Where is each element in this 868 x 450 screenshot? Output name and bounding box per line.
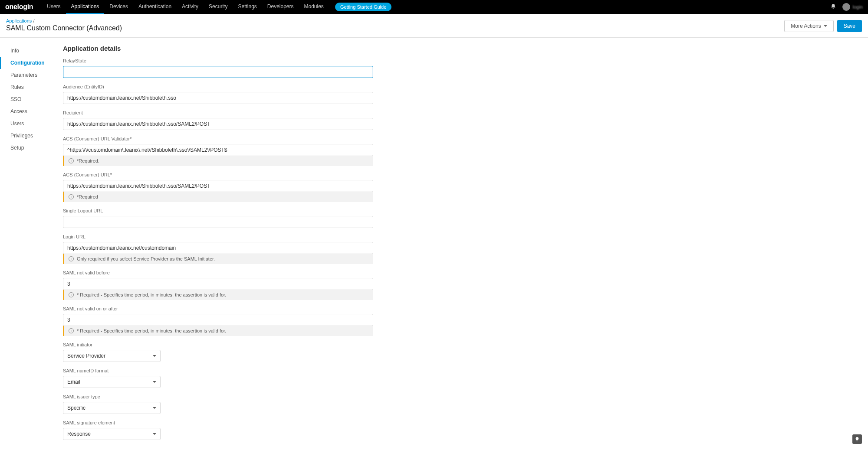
breadcrumb: Applications /: [6, 18, 784, 23]
layout: Info Configuration Parameters Rules SSO …: [0, 38, 868, 450]
brand-logo: onelogin: [5, 3, 33, 11]
sidebar-item-access[interactable]: Access: [0, 105, 63, 117]
field-audience: Audience (EntityID): [63, 84, 373, 104]
saml-issuer-label: SAML issuer type: [63, 394, 373, 399]
nav-security[interactable]: Security: [204, 0, 233, 14]
not-before-label: SAML not valid before: [63, 270, 373, 275]
nav-activity[interactable]: Activity: [177, 0, 204, 14]
caret-down-icon: [153, 381, 156, 383]
field-saml-nameid: SAML nameID format Email: [63, 368, 373, 388]
saml-signature-select[interactable]: Response: [63, 428, 161, 440]
recipient-input[interactable]: [63, 118, 373, 130]
caret-down-icon: [153, 433, 156, 435]
page-title: SAML Custom Connector (Advanced): [6, 24, 784, 32]
saml-nameid-value: Email: [67, 379, 80, 385]
field-acs-url: ACS (Consumer) URL* i *Required: [63, 172, 373, 202]
field-relaystate: RelayState: [63, 58, 373, 78]
saml-initiator-value: Service Provider: [67, 353, 105, 359]
topnav-right: login: [830, 3, 863, 11]
sidebar: Info Configuration Parameters Rules SSO …: [0, 38, 63, 450]
info-icon: i: [69, 292, 74, 297]
saml-nameid-select[interactable]: Email: [63, 376, 161, 388]
sidebar-item-configuration[interactable]: Configuration: [0, 57, 63, 69]
nav-users[interactable]: Users: [42, 0, 66, 14]
field-login-url: Login URL i Only required if you select …: [63, 234, 373, 264]
field-recipient: Recipient: [63, 110, 373, 130]
not-before-hint-text: * Required - Specifies time period, in m…: [77, 292, 226, 297]
acs-validator-label: ACS (Consumer) URL Validator*: [63, 136, 373, 141]
relaystate-label: RelayState: [63, 58, 373, 63]
audience-input[interactable]: [63, 92, 373, 104]
caret-down-icon: [824, 25, 827, 27]
user-menu[interactable]: login: [842, 3, 863, 11]
topnav-items: Users Applications Devices Authenticatio…: [42, 0, 391, 14]
relaystate-input[interactable]: [63, 66, 373, 78]
save-button[interactable]: Save: [837, 20, 862, 32]
recipient-label: Recipient: [63, 110, 373, 115]
nav-modules[interactable]: Modules: [299, 0, 329, 14]
login-url-hint-text: Only required if you select Service Prov…: [77, 256, 215, 261]
acs-url-hint: i *Required: [63, 192, 373, 202]
login-url-label: Login URL: [63, 234, 373, 239]
acs-url-input[interactable]: [63, 180, 373, 192]
more-actions-label: More Actions: [791, 23, 821, 29]
acs-validator-hint-text: *Required.: [77, 158, 99, 163]
breadcrumb-parent[interactable]: Applications: [6, 18, 32, 23]
nav-authentication[interactable]: Authentication: [133, 0, 177, 14]
subheader-actions: More Actions Save: [784, 20, 862, 32]
avatar-icon: [842, 3, 850, 11]
section-title: Application details: [63, 45, 584, 52]
sidebar-item-info[interactable]: Info: [0, 45, 63, 57]
field-saml-initiator: SAML initiator Service Provider: [63, 342, 373, 362]
acs-url-label: ACS (Consumer) URL*: [63, 172, 373, 177]
not-after-hint: i * Required - Specifies time period, in…: [63, 326, 373, 336]
acs-url-hint-text: *Required: [77, 194, 98, 199]
sidebar-item-parameters[interactable]: Parameters: [0, 69, 63, 81]
field-not-before: SAML not valid before i * Required - Spe…: [63, 270, 373, 300]
not-after-label: SAML not valid on or after: [63, 306, 373, 311]
not-after-hint-text: * Required - Specifies time period, in m…: [77, 328, 226, 333]
not-before-input[interactable]: [63, 278, 373, 290]
nav-settings[interactable]: Settings: [233, 0, 262, 14]
field-saml-issuer: SAML issuer type Specific: [63, 394, 373, 414]
field-slo-url: Single Logout URL: [63, 208, 373, 228]
audience-label: Audience (EntityID): [63, 84, 373, 89]
saml-signature-value: Response: [67, 431, 91, 437]
help-button[interactable]: [852, 434, 862, 444]
not-before-hint: i * Required - Specifies time period, in…: [63, 290, 373, 300]
breadcrumb-sep: /: [33, 18, 34, 23]
saml-initiator-select[interactable]: Service Provider: [63, 350, 161, 362]
top-nav: onelogin Users Applications Devices Auth…: [0, 0, 868, 14]
lightbulb-icon: [855, 437, 860, 442]
saml-signature-label: SAML signature element: [63, 420, 373, 425]
login-url-hint: i Only required if you select Service Pr…: [63, 254, 373, 264]
caret-down-icon: [153, 355, 156, 357]
slo-url-label: Single Logout URL: [63, 208, 373, 213]
subheader: Applications / SAML Custom Connector (Ad…: [0, 14, 868, 38]
acs-validator-hint: i *Required.: [63, 156, 373, 166]
sidebar-item-privileges[interactable]: Privileges: [0, 130, 63, 142]
nav-developers[interactable]: Developers: [262, 0, 299, 14]
not-after-input[interactable]: [63, 314, 373, 326]
nav-applications[interactable]: Applications: [66, 0, 105, 14]
sidebar-item-users[interactable]: Users: [0, 117, 63, 130]
saml-issuer-select[interactable]: Specific: [63, 402, 161, 414]
more-actions-button[interactable]: More Actions: [784, 20, 833, 32]
field-not-after: SAML not valid on or after i * Required …: [63, 306, 373, 336]
sidebar-item-setup[interactable]: Setup: [0, 142, 63, 154]
nav-devices[interactable]: Devices: [104, 0, 133, 14]
acs-validator-input[interactable]: [63, 144, 373, 156]
caret-down-icon: [153, 407, 156, 409]
sidebar-item-rules[interactable]: Rules: [0, 81, 63, 93]
user-label: login: [853, 4, 863, 10]
notifications-icon[interactable]: [830, 3, 836, 11]
login-url-input[interactable]: [63, 242, 373, 254]
saml-initiator-label: SAML initiator: [63, 342, 373, 347]
sidebar-item-sso[interactable]: SSO: [0, 93, 63, 105]
info-icon: i: [69, 194, 74, 199]
field-saml-signature: SAML signature element Response: [63, 420, 373, 440]
saml-issuer-value: Specific: [67, 405, 85, 411]
getting-started-guide-button[interactable]: Getting Started Guide: [335, 3, 391, 11]
info-icon: i: [69, 256, 74, 261]
slo-url-input[interactable]: [63, 216, 373, 228]
